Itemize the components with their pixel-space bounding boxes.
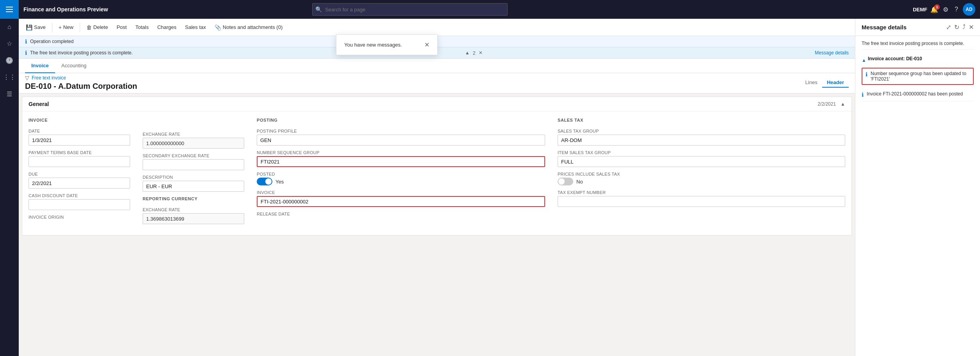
tab-header[interactable]: Header [822, 78, 849, 88]
help-icon[interactable]: ? [953, 4, 960, 14]
save-button[interactable]: 💾 Save [22, 22, 50, 33]
sidebar-menu-toggle[interactable] [0, 0, 19, 19]
app-title: Finance and Operations Preview [23, 6, 108, 13]
section-header[interactable]: General 2/2/2021 ▲ [22, 97, 851, 111]
charges-button[interactable]: Charges [153, 22, 180, 32]
notif-close[interactable]: ✕ [479, 50, 483, 56]
toolbar-separator-1 [52, 23, 52, 32]
exchange-rate-label: Exchange rate [143, 132, 244, 137]
cash-discount-label: Cash discount date [29, 193, 130, 198]
delete-button[interactable]: 🗑 Delete [82, 22, 112, 33]
search-box-wrap: 🔍 [312, 3, 508, 16]
reporting-exchange-label: Exchange rate [143, 207, 244, 212]
payment-terms-input[interactable] [29, 156, 130, 167]
date-field-group: Date [29, 129, 130, 146]
breadcrumb[interactable]: Free text invoice [32, 75, 66, 81]
lines-header-tabs: Lines Header [801, 78, 849, 88]
description-input[interactable] [143, 181, 244, 192]
new-button[interactable]: + New [55, 22, 77, 33]
item-sales-tax-group: Item sales tax group [558, 150, 845, 167]
operation-completed-text: Operation completed [30, 39, 73, 44]
prices-include-label: Prices include sales tax [558, 172, 845, 176]
tab-invoice[interactable]: Invoice [25, 59, 55, 73]
sidebar-list-icon[interactable]: ☰ [0, 86, 19, 102]
prices-include-toggle-label: No [576, 179, 583, 185]
prices-include-group: Prices include sales tax No [558, 172, 845, 185]
date-input[interactable] [29, 135, 130, 146]
search-input[interactable] [312, 3, 508, 16]
item-sales-tax-input[interactable] [558, 156, 845, 167]
user-avatar[interactable]: AD [963, 3, 975, 16]
release-date-label: Release date [257, 212, 545, 216]
sales-tax-col: SALES TAX Sales tax group Item sales tax… [558, 118, 845, 229]
section-collapse-icon[interactable]: ▲ [841, 101, 845, 107]
invoice-number-input[interactable] [257, 196, 545, 207]
secondary-exchange-group: Secondary exchange rate [143, 153, 244, 170]
prices-include-toggle-wrap: No [558, 178, 845, 185]
notif-collapse-up[interactable]: ▲ [465, 50, 470, 56]
panel-close-icon[interactable]: ✕ [969, 23, 974, 31]
description-group: Description [143, 175, 244, 192]
info-icon-2: ℹ [25, 50, 27, 56]
panel-popout-icon[interactable]: ⤴ [962, 23, 966, 31]
panel-refresh-icon[interactable]: ↻ [954, 23, 959, 31]
invoice-origin-group: Invoice origin [29, 215, 130, 219]
panel-item-1-text: Number sequence group has been updated t… [871, 71, 970, 82]
right-panel: Message details ⤢ ↻ ⤴ ✕ The free text in… [855, 19, 980, 356]
message-details-link[interactable]: Message details [815, 50, 849, 56]
tab-accounting[interactable]: Accounting [55, 59, 93, 73]
action-toolbar: 💾 Save + New 🗑 Delete Post Totals [19, 19, 855, 36]
sidebar-home-icon[interactable]: ⌂ [0, 19, 19, 35]
delete-icon: 🗑 [86, 24, 92, 31]
invoice-origin-label: Invoice origin [29, 215, 130, 219]
panel-section-header: ▲ Invoice account: DE-010 [862, 56, 974, 65]
panel-expand-icon[interactable]: ⤢ [946, 23, 951, 31]
panel-item-2-icon: ℹ [862, 92, 864, 98]
sidebar-favorites-icon[interactable]: ☆ [0, 35, 19, 52]
secondary-exchange-input[interactable] [143, 159, 244, 170]
posting-profile-input[interactable] [257, 135, 545, 146]
panel-item-2: ℹ Invoice FTI-2021-000000002 has been po… [862, 88, 974, 101]
tabs-bar: Invoice Accounting [19, 59, 855, 73]
svg-rect-2 [6, 11, 13, 12]
reporting-exchange-input[interactable] [143, 213, 244, 224]
filter-icon[interactable]: ▽ [25, 75, 29, 81]
item-sales-tax-label: Item sales tax group [558, 150, 845, 155]
posting-profile-group: Posting profile [257, 129, 545, 146]
topbar-right: DEMF 🔔 1 ⚙ ? AD [913, 3, 975, 16]
free-text-message: The free text invoice posting process is… [30, 50, 133, 56]
posted-toggle[interactable] [257, 178, 272, 185]
toolbar-separator-2 [80, 23, 80, 32]
notifications-icon[interactable]: 🔔 1 [930, 6, 938, 13]
sidebar-recent-icon[interactable]: 🕐 [0, 52, 19, 69]
posted-toggle-label: Yes [275, 179, 284, 185]
cash-discount-group: Cash discount date [29, 193, 130, 210]
exchange-rate-input[interactable] [143, 138, 244, 149]
sales-tax-group-input[interactable] [558, 135, 845, 146]
popup-close-button[interactable]: ✕ [424, 41, 429, 49]
post-button[interactable]: Post [113, 22, 131, 32]
number-seq-input[interactable] [257, 156, 545, 167]
cash-discount-input[interactable] [29, 199, 130, 210]
payment-terms-group: Payment terms base date [29, 150, 130, 167]
section-title: General [29, 101, 49, 107]
sidebar-modules-icon[interactable]: ⋮⋮ [0, 69, 19, 86]
invoice-col: INVOICE Date Payment terms base date Due [29, 118, 130, 229]
right-panel-body: The free text invoice posting process is… [855, 36, 980, 356]
due-input[interactable] [29, 178, 130, 189]
due-group: Due [29, 172, 130, 189]
notes-button[interactable]: 📎 Notes and attachments (0) [211, 22, 286, 33]
posting-col: POSTING Posting profile Number sequence … [257, 118, 545, 229]
sales-tax-button[interactable]: Sales tax [181, 22, 210, 32]
prices-include-toggle[interactable] [558, 178, 573, 185]
settings-icon[interactable]: ⚙ [941, 4, 950, 15]
tax-exempt-input[interactable] [558, 196, 845, 207]
tab-lines[interactable]: Lines [801, 78, 822, 88]
release-date-group: Release date [257, 212, 545, 216]
new-icon: + [59, 24, 62, 31]
totals-button[interactable]: Totals [131, 22, 152, 32]
panel-chevron-icon[interactable]: ▲ [862, 58, 866, 63]
payment-terms-label: Payment terms base date [29, 150, 130, 155]
sales-tax-group-group: Sales tax group [558, 129, 845, 146]
sales-tax-col-header: SALES TAX [558, 118, 845, 124]
